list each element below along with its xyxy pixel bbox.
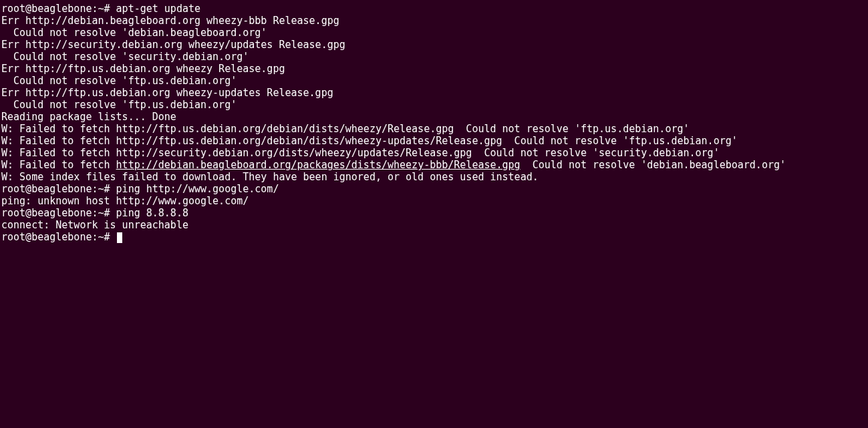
terminal-text: Could not resolve 'ftp.us.debian.org' <box>1 99 237 111</box>
terminal-line: Could not resolve 'ftp.us.debian.org' <box>1 75 867 87</box>
terminal-line: Err http://ftp.us.debian.org wheezy-upda… <box>1 87 867 99</box>
terminal-text: root@beaglebone:~# ping http://www.googl… <box>1 183 279 195</box>
terminal-line: W: Failed to fetch http://security.debia… <box>1 147 867 159</box>
terminal-text: Err http://security.debian.org wheezy/up… <box>1 39 345 51</box>
terminal-text: ping: unknown host http://www.google.com… <box>1 195 249 207</box>
terminal-text: Err http://debian.beagleboard.org wheezy… <box>1 15 339 27</box>
terminal-text: Err http://ftp.us.debian.org wheezy-upda… <box>1 87 333 99</box>
terminal-line: Err http://ftp.us.debian.org wheezy Rele… <box>1 63 867 75</box>
terminal-line: root@beaglebone:~# ping 8.8.8.8 <box>1 207 867 219</box>
terminal-text: W: Failed to fetch http://ftp.us.debian.… <box>1 123 690 135</box>
terminal-text: root@beaglebone:~# ping 8.8.8.8 <box>1 207 188 219</box>
terminal-line: Err http://security.debian.org wheezy/up… <box>1 39 867 51</box>
terminal-text: Reading package lists... Done <box>1 111 176 123</box>
terminal-text: root@beaglebone:~# <box>1 231 116 243</box>
terminal-line: connect: Network is unreachable <box>1 219 867 231</box>
terminal-text: W: Failed to fetch http://security.debia… <box>1 147 720 159</box>
terminal-text: W: Some index files failed to download. … <box>1 171 539 183</box>
terminal-line: Could not resolve 'ftp.us.debian.org' <box>1 99 867 111</box>
terminal-text: W: Failed to fetch http://ftp.us.debian.… <box>1 135 738 147</box>
terminal-text: root@beaglebone:~# apt-get update <box>1 3 200 15</box>
terminal-text: Err http://ftp.us.debian.org wheezy Rele… <box>1 63 285 75</box>
terminal-line: W: Failed to fetch http://ftp.us.debian.… <box>1 123 867 135</box>
terminal-text: W: Failed to fetch <box>1 159 116 171</box>
terminal-text: Could not resolve 'debian.beagleboard.or… <box>1 27 267 39</box>
terminal-text: Could not resolve 'ftp.us.debian.org' <box>1 75 237 87</box>
terminal-line: W: Some index files failed to download. … <box>1 171 867 183</box>
terminal-text: connect: Network is unreachable <box>1 219 188 231</box>
terminal-line: Reading package lists... Done <box>1 111 867 123</box>
terminal-line: root@beaglebone:~# ping http://www.googl… <box>1 183 867 195</box>
terminal-output[interactable]: root@beaglebone:~# apt-get updateErr htt… <box>0 0 868 244</box>
terminal-text: Could not resolve 'security.debian.org' <box>1 51 249 63</box>
terminal-line: W: Failed to fetch http://ftp.us.debian.… <box>1 135 867 147</box>
cursor <box>117 232 122 243</box>
terminal-line: ping: unknown host http://www.google.com… <box>1 195 867 207</box>
terminal-line: root@beaglebone:~# apt-get update <box>1 3 867 15</box>
terminal-link[interactable]: http://debian.beagleboard.org/packages/d… <box>116 159 521 171</box>
terminal-line: Err http://debian.beagleboard.org wheezy… <box>1 15 867 27</box>
terminal-text: Could not resolve 'debian.beagleboard.or… <box>521 159 786 171</box>
terminal-line: root@beaglebone:~# <box>1 231 867 243</box>
terminal-line: Could not resolve 'security.debian.org' <box>1 51 867 63</box>
terminal-line: W: Failed to fetch http://debian.beagleb… <box>1 159 867 171</box>
terminal-line: Could not resolve 'debian.beagleboard.or… <box>1 27 867 39</box>
